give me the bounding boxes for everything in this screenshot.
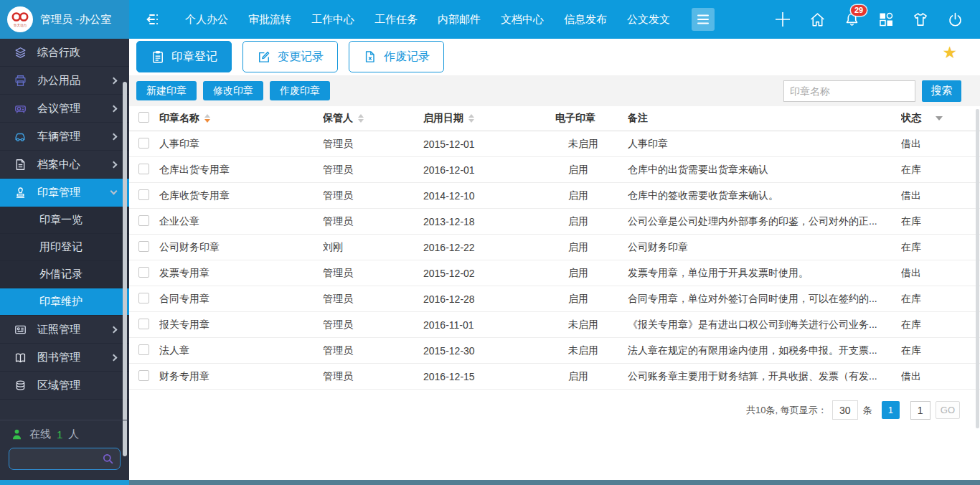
cell-seal-name: 仓库收货专用章 (159, 189, 323, 202)
nav-item-work-center[interactable]: 工作中心 (301, 13, 364, 27)
file-x-icon (363, 50, 377, 64)
tab-change-records[interactable]: 变更记录 (242, 41, 338, 72)
row-checkbox[interactable] (138, 138, 149, 149)
table-row[interactable]: 仓库出货专用章 管理员 2016-12-01 启用 仓库中的出货需要出货章来确认… (129, 157, 980, 183)
sidebar-item-office-supplies[interactable]: 办公用品 (0, 67, 129, 95)
main-scrollbar[interactable] (976, 109, 979, 428)
cell-eseal: 启用 (551, 241, 628, 254)
cell-eseal: 启用 (551, 215, 628, 228)
apps-grid-icon[interactable] (877, 10, 895, 29)
submenu-item-seal-maintenance[interactable]: 印章维护 (0, 288, 129, 316)
cell-remark: 公司账务章主要用于财务结算，开具收据、发票（有发... (628, 370, 901, 383)
table-row[interactable]: 财务专用章 管理员 2016-12-15 启用 公司账务章主要用于财务结算，开具… (129, 364, 980, 390)
current-user[interactable]: 管理员 -办公室 (40, 13, 111, 27)
table-row[interactable]: 仓库收货专用章 管理员 2014-12-10 启用 仓库中的签收需要收货章来确认… (129, 183, 980, 209)
chevron-right-icon (110, 161, 118, 168)
tab-void-records[interactable]: 作废记录 (349, 41, 444, 72)
void-seal-button[interactable]: 作废印章 (270, 81, 330, 100)
column-seal-name[interactable]: 印章名称 (159, 112, 323, 125)
row-checkbox[interactable] (138, 319, 149, 329)
select-all-checkbox[interactable] (138, 112, 149, 123)
nav-item-personal-office[interactable]: 个人办公 (175, 13, 238, 27)
sidebar-item-vehicle[interactable]: 车辆管理 (0, 123, 129, 151)
more-menu-button[interactable] (692, 8, 715, 31)
table-row[interactable]: 发票专用章 管理员 2015-12-02 启用 发票专用章，单位用于开具发票时使… (129, 260, 980, 286)
seal-name-search-input[interactable] (783, 80, 915, 102)
sidebar-item-admin[interactable]: 综合行政 (0, 39, 129, 67)
goto-page-input[interactable] (910, 401, 930, 420)
current-page-button[interactable]: 1 (882, 401, 900, 419)
table-row[interactable]: 法人章 管理员 2015-12-30 未启用 法人章在规定的有限用途内使用，如税… (129, 338, 980, 364)
home-icon[interactable] (808, 10, 826, 29)
cell-status: 借出 (901, 370, 980, 383)
submenu-item-seal-usage[interactable]: 用印登记 (0, 234, 129, 261)
search-icon[interactable] (101, 452, 115, 466)
table-row[interactable]: 企业公章 管理员 2013-12-18 启用 公司公章是公司处理内外部事务的印鉴… (129, 209, 980, 235)
sidebar-item-meeting[interactable]: 会议管理 (0, 95, 129, 123)
cell-keeper: 管理员 (323, 293, 423, 306)
row-checkbox[interactable] (138, 164, 149, 174)
page-size-unit: 条 (863, 404, 872, 417)
nav-item-work-tasks[interactable]: 工作任务 (364, 13, 428, 27)
pagination: 共10条, 每页显示： 条 1 GO (129, 400, 980, 420)
row-checkbox[interactable] (138, 215, 149, 226)
table-row[interactable]: 合同专用章 管理员 2016-12-28 启用 合同专用章，单位对外签订合同时使… (129, 286, 980, 312)
cell-start-date: 2016-12-28 (423, 293, 551, 305)
row-checkbox[interactable] (138, 293, 149, 303)
toolbar: 新建印章 修改印章 作废印章 搜索 (129, 75, 980, 106)
sidebar: 综合行政 办公用品 会议管理 (0, 39, 129, 480)
logout-power-icon[interactable] (946, 10, 964, 29)
status-filter-caret-icon (936, 116, 943, 121)
nav-collapse-icon[interactable] (145, 11, 162, 28)
cell-start-date: 2016-12-15 (423, 371, 551, 382)
sidebar-scrollbar[interactable] (123, 82, 127, 456)
cell-keeper: 管理员 (323, 344, 423, 357)
sidebar-item-license[interactable]: 证照管理 (0, 316, 129, 344)
online-unit: 人 (68, 428, 79, 441)
tab-seal-register[interactable]: 印章登记 (136, 41, 232, 72)
nav-item-official-docs[interactable]: 公文发文 (617, 13, 680, 27)
favorite-star-icon[interactable]: ★ (942, 44, 957, 61)
search-button[interactable]: 搜索 (922, 80, 961, 102)
row-checkbox[interactable] (138, 189, 149, 200)
new-seal-button[interactable]: 新建印章 (136, 81, 197, 100)
row-checkbox[interactable] (138, 267, 149, 278)
nav-item-info-publish[interactable]: 信息发布 (554, 13, 617, 27)
nav-item-document-center[interactable]: 文档中心 (491, 13, 554, 27)
column-keeper[interactable]: 保管人 (323, 112, 423, 125)
theme-shirt-icon[interactable] (911, 10, 930, 29)
table-row[interactable]: 人事印章 管理员 2015-12-01 未启用 人事印章 借出 (129, 131, 980, 157)
row-checkbox[interactable] (138, 241, 149, 252)
sidebar-item-seal[interactable]: 印章管理 (0, 179, 129, 207)
go-button[interactable]: GO (936, 401, 960, 419)
edit-seal-button[interactable]: 修改印章 (203, 81, 263, 100)
bell-icon[interactable]: 29 (842, 10, 861, 29)
column-status[interactable]: 状态 (901, 112, 980, 125)
cell-remark: 公司公章是公司处理内外部事务的印鉴，公司对外的正... (628, 215, 901, 228)
online-user-icon (10, 428, 24, 441)
chevron-right-icon (110, 133, 118, 140)
app-logo[interactable]: 华天动力 (7, 6, 33, 32)
column-start-date[interactable]: 启用日期 (423, 112, 551, 125)
cell-remark: 仓库中的出货需要出货章来确认 (628, 164, 901, 176)
sidebar-item-library[interactable]: 图书管理 (0, 344, 129, 372)
printer-icon (13, 73, 27, 88)
hamburger-icon (697, 14, 710, 25)
row-checkbox[interactable] (138, 370, 149, 381)
cell-seal-name: 公司财务印章 (159, 241, 323, 254)
sidebar-item-archive[interactable]: 档案中心 (0, 151, 129, 179)
cell-remark: 法人章在规定的有限用途内使用，如税务申报。开支票... (628, 344, 901, 357)
submenu-item-seal-lending[interactable]: 外借记录 (0, 261, 129, 288)
submenu-item-seal-list[interactable]: 印章一览 (0, 207, 129, 234)
nav-item-internal-mail[interactable]: 内部邮件 (428, 13, 491, 27)
row-checkbox[interactable] (138, 344, 149, 355)
nav-item-approval-flow[interactable]: 审批流转 (238, 13, 301, 27)
page-size-input[interactable] (832, 400, 858, 420)
plus-icon[interactable] (773, 10, 792, 29)
cell-status: 借出 (901, 267, 980, 280)
chevron-down-icon (110, 187, 118, 194)
table-row[interactable]: 报关专用章 管理员 2016-11-01 未启用 《报关专用章》是有进出口权公司… (129, 312, 980, 338)
table-row[interactable]: 公司财务印章 刘刚 2016-12-22 启用 公司财务印章 在库 (129, 235, 980, 260)
sidebar-item-region[interactable]: 区域管理 (0, 372, 129, 400)
cell-eseal: 启用 (551, 370, 628, 383)
